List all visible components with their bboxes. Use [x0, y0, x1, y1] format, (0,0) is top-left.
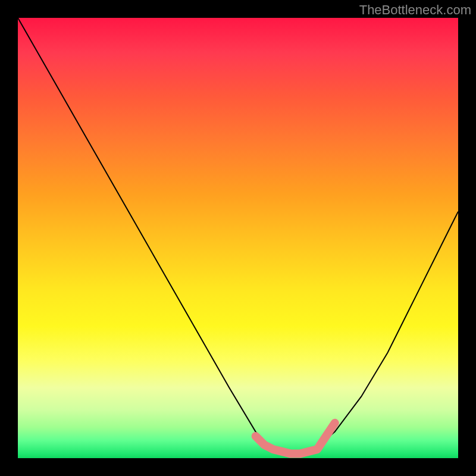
bottleneck-curve-line [18, 18, 458, 454]
optimal-zone-marker-line [256, 423, 335, 454]
chart-curves [18, 18, 458, 458]
watermark-text: TheBottleneck.com [359, 2, 471, 18]
